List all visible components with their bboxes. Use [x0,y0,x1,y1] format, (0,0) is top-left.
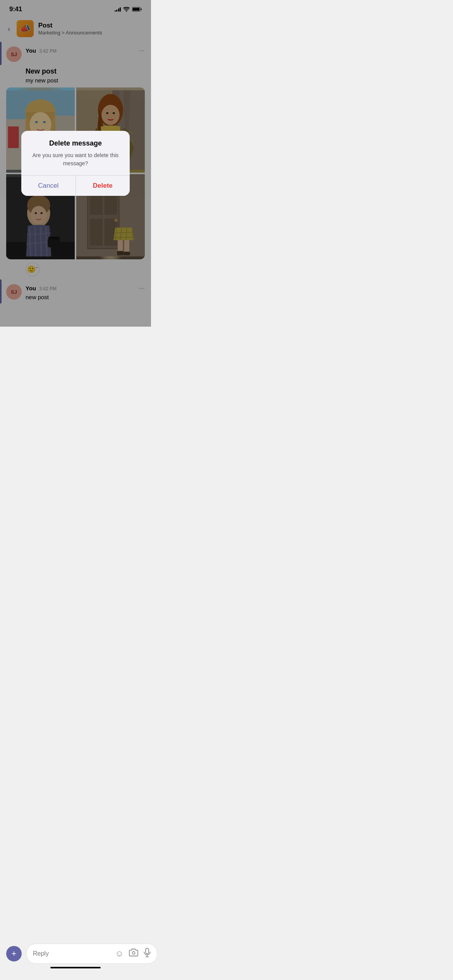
dialog-actions: Cancel Delete [21,175,130,196]
delete-dialog: Delete message Are you sure you want to … [21,131,130,196]
dialog-overlay: Delete message Are you sure you want to … [0,0,151,327]
dialog-title: Delete message [31,139,120,147]
dialog-body: Delete message Are you sure you want to … [21,131,130,175]
dialog-message: Are you sure you want to delete this mes… [31,151,120,168]
delete-button[interactable]: Delete [76,176,130,196]
cancel-button[interactable]: Cancel [21,176,76,196]
